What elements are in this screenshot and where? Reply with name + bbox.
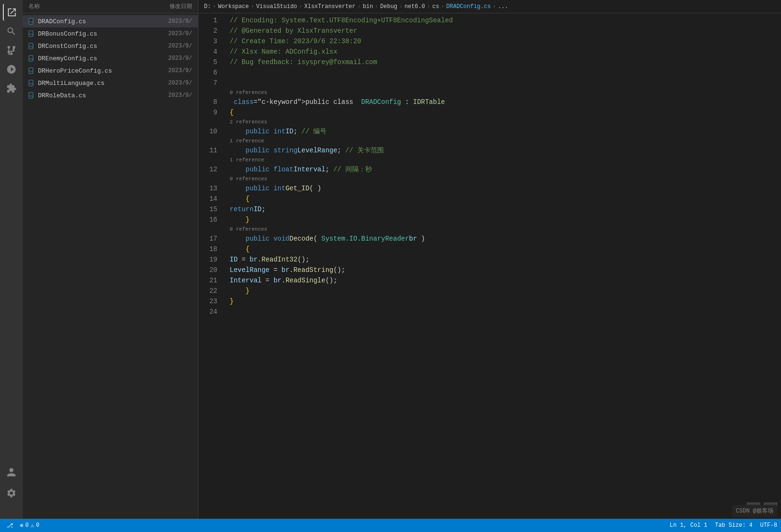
activity-explorer[interactable] bbox=[3, 4, 20, 21]
file-item-left: cs DRADConfig.cs bbox=[28, 18, 86, 25]
code-line: } bbox=[230, 296, 781, 307]
ref-label[interactable]: 0 references bbox=[230, 175, 781, 183]
ref-label[interactable]: 0 references bbox=[230, 88, 781, 97]
status-bar-right: Ln 1, Col 1 Tab Size: 4 UTF-8 bbox=[670, 522, 777, 529]
breadcrumb-separator: › bbox=[213, 3, 216, 10]
activity-extensions[interactable] bbox=[3, 80, 20, 97]
file-date: 2023/9/ bbox=[168, 30, 192, 37]
line-wrapper: } bbox=[230, 215, 781, 225]
line-number: 23 bbox=[203, 296, 217, 307]
breadcrumb-item[interactable]: VisualStuido bbox=[256, 3, 297, 10]
breadcrumb-separator: › bbox=[357, 3, 361, 10]
file-date: 2023/9/ bbox=[168, 55, 192, 62]
code-editor-wrapper: 123456789101112131415161718192021222324/… bbox=[198, 13, 781, 519]
line-number: 7 bbox=[203, 78, 217, 88]
line-wrapper: LevelRange = br.ReadString(); bbox=[230, 265, 781, 275]
activity-settings[interactable] bbox=[3, 485, 20, 502]
file-cs-icon: cs bbox=[28, 18, 35, 25]
file-cs-icon: cs bbox=[28, 55, 35, 62]
file-name: DRRoleData.cs bbox=[38, 92, 86, 99]
column-headers: 名称 修改日期 bbox=[23, 0, 198, 13]
line-wrapper: // Bug feedback: isysprey@foxmail.com bbox=[230, 57, 781, 67]
breadcrumb: D:›Workspace›VisualStuido›XlsxTransverte… bbox=[198, 0, 781, 13]
svg-text:cs: cs bbox=[29, 94, 33, 97]
line-wrapper: 1 reference public float Interval; // 间隔… bbox=[230, 156, 781, 175]
file-name: DRMultiLanguage.cs bbox=[38, 80, 104, 87]
code-line: LevelRange = br.ReadString(); bbox=[230, 265, 781, 275]
code-line bbox=[230, 307, 781, 317]
breadcrumb-separator: › bbox=[493, 3, 496, 10]
breadcrumb-item[interactable]: XlsxTransverter bbox=[304, 3, 355, 10]
ref-num-placeholder bbox=[203, 88, 217, 97]
code-line: // Xlsx Name: ADConfig.xlsx bbox=[230, 47, 781, 57]
breadcrumb-item[interactable]: Debug bbox=[380, 3, 397, 10]
line-number: 15 bbox=[203, 204, 217, 215]
tab-size[interactable]: Tab Size: 4 bbox=[715, 522, 753, 529]
sidebar: 名称 修改日期 cs DRADConfig.cs 2023/9/ cs DRBo… bbox=[23, 0, 198, 519]
line-number: 14 bbox=[203, 194, 217, 204]
line-wrapper: 1 reference public string LevelRange; //… bbox=[230, 137, 781, 156]
svg-text:cs: cs bbox=[29, 45, 33, 48]
code-line: { bbox=[230, 107, 781, 118]
breadcrumb-separator: › bbox=[399, 3, 402, 10]
activity-run-debug[interactable] bbox=[3, 61, 20, 78]
code-line: return ID; bbox=[230, 204, 781, 215]
breadcrumb-item[interactable]: D: bbox=[204, 3, 211, 10]
file-item[interactable]: cs DRHeroPriceConfig.cs 2023/9/ bbox=[23, 65, 198, 77]
svg-text:cs: cs bbox=[29, 20, 33, 23]
line-number: 17 bbox=[203, 233, 217, 244]
ref-num-placeholder bbox=[203, 175, 217, 183]
code-lines: // Encoding: System.Text.UTF8Encoding+UT… bbox=[222, 15, 781, 517]
code-line: public int Get_ID( ) bbox=[230, 183, 781, 194]
encoding[interactable]: UTF-8 bbox=[760, 522, 777, 529]
file-item[interactable]: cs DREnemyConfig.cs 2023/9/ bbox=[23, 52, 198, 65]
line-number: 19 bbox=[203, 254, 217, 265]
line-number: 20 bbox=[203, 265, 217, 275]
file-cs-icon: cs bbox=[28, 43, 35, 49]
breadcrumb-separator: › bbox=[441, 3, 444, 10]
code-editor[interactable]: 123456789101112131415161718192021222324/… bbox=[198, 13, 781, 519]
activity-search[interactable] bbox=[3, 23, 20, 40]
line-wrapper: // @Generated by XlsxTransverter bbox=[230, 26, 781, 36]
file-item-left: cs DRHeroPriceConfig.cs bbox=[28, 67, 112, 75]
line-number: 12 bbox=[203, 164, 217, 175]
code-line: // @Generated by XlsxTransverter bbox=[230, 26, 781, 36]
ref-label[interactable]: 1 reference bbox=[230, 156, 781, 164]
line-number: 5 bbox=[203, 57, 217, 67]
file-item[interactable]: cs DRConstConfig.cs 2023/9/ bbox=[23, 40, 198, 52]
line-wrapper: // Xlsx Name: ADConfig.xlsx bbox=[230, 47, 781, 57]
breadcrumb-item[interactable]: bin bbox=[363, 3, 373, 10]
line-number: 13 bbox=[203, 183, 217, 194]
file-cs-icon: cs bbox=[28, 80, 35, 86]
line-number: 21 bbox=[203, 275, 217, 286]
col-date: 修改日期 bbox=[169, 2, 192, 10]
cursor-position[interactable]: Ln 1, Col 1 bbox=[670, 522, 707, 529]
code-line: } bbox=[230, 215, 781, 225]
line-number: 16 bbox=[203, 215, 217, 225]
breadcrumb-item[interactable]: net6.0 bbox=[405, 3, 425, 10]
file-item[interactable]: cs DRRoleData.cs 2023/9/ bbox=[23, 89, 198, 102]
col-name: 名称 bbox=[28, 2, 40, 10]
line-wrapper: 0 references public int Get_ID( ) bbox=[230, 175, 781, 194]
breadcrumb-item[interactable]: cs bbox=[432, 3, 439, 10]
file-name: DRHeroPriceConfig.cs bbox=[38, 67, 112, 75]
file-item[interactable]: cs DRADConfig.cs 2023/9/ bbox=[23, 15, 198, 28]
ref-num-placeholder bbox=[203, 225, 217, 233]
svg-text:cs: cs bbox=[29, 57, 33, 60]
file-item[interactable]: cs DRBonusConfig.cs 2023/9/ bbox=[23, 28, 198, 40]
ref-label[interactable]: 2 references bbox=[230, 118, 781, 126]
breadcrumb-item[interactable]: DRADConfig.cs bbox=[446, 3, 491, 10]
ref-label[interactable]: 1 reference bbox=[230, 137, 781, 145]
error-count[interactable]: ⊗ 0 ⚠ 0 bbox=[20, 522, 39, 529]
ref-label[interactable]: 0 references bbox=[230, 225, 781, 233]
file-item[interactable]: cs DRMultiLanguage.cs 2023/9/ bbox=[23, 77, 198, 89]
code-line: public float Interval; // 间隔：秒 bbox=[230, 164, 781, 175]
status-bar-left: ⎇ ⊗ 0 ⚠ 0 bbox=[4, 521, 39, 530]
code-line: ID = br.ReadInt32(); bbox=[230, 254, 781, 265]
activity-source-control[interactable] bbox=[3, 42, 20, 59]
breadcrumb-item[interactable]: Workspace bbox=[218, 3, 249, 10]
file-item-left: cs DRMultiLanguage.cs bbox=[28, 80, 104, 87]
activity-account[interactable] bbox=[3, 464, 20, 481]
git-branch[interactable]: ⎇ bbox=[4, 521, 16, 530]
line-wrapper: { bbox=[230, 244, 781, 254]
